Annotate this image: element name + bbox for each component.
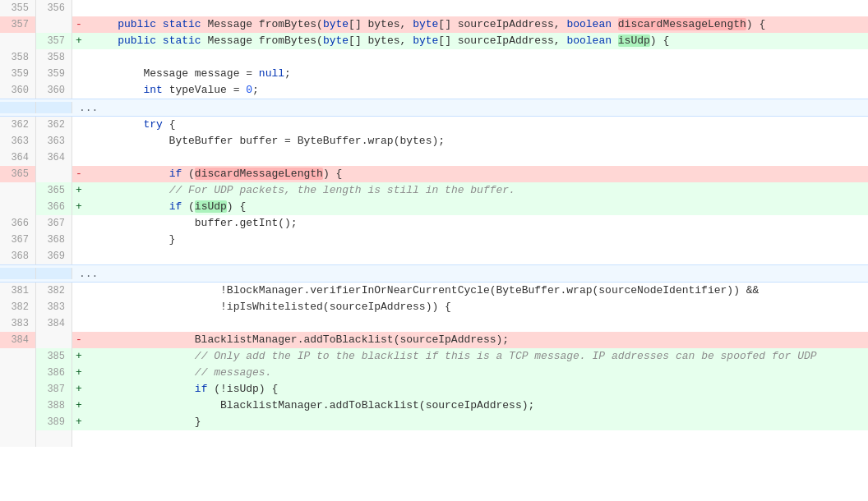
line-content xyxy=(85,49,868,66)
diff-line xyxy=(0,430,868,447)
diff-line: 383 384 xyxy=(0,315,868,332)
diff-sign-plus: + xyxy=(72,33,85,49)
diff-sign-minus: - xyxy=(72,166,85,182)
line-num-old: 362 xyxy=(0,117,36,133)
line-content: try { xyxy=(85,117,868,133)
line-num-new: 385 xyxy=(36,348,72,365)
ellipsis-row: ... xyxy=(0,264,868,283)
diff-line: 367 368 } xyxy=(0,232,868,248)
line-num-new xyxy=(36,102,72,113)
line-num-old xyxy=(0,348,36,365)
ellipsis-row: ... xyxy=(0,99,868,117)
diff-line: 388 + BlacklistManager.addToBlacklist(so… xyxy=(0,398,868,414)
diff-line: 384 - BlacklistManager.addToBlacklist(so… xyxy=(0,332,868,348)
line-num-new: 388 xyxy=(36,398,72,414)
line-num-old: 363 xyxy=(0,133,36,149)
line-num-old: 358 xyxy=(0,49,36,66)
diff-sign-empty xyxy=(72,49,85,66)
line-num-old xyxy=(0,398,36,414)
ellipsis-content: ... xyxy=(72,268,868,280)
ellipsis-content: ... xyxy=(72,102,868,114)
diff-sign-plus: + xyxy=(72,414,85,430)
diff-line: 362 362 try { xyxy=(0,117,868,133)
line-content: // Only add the IP to the blacklist if t… xyxy=(85,348,868,365)
line-num-old: 359 xyxy=(0,66,36,82)
line-num-old: 364 xyxy=(0,149,36,166)
diff-line: 368 369 xyxy=(0,248,868,264)
diff-sign-plus: + xyxy=(72,348,85,365)
line-content xyxy=(85,0,868,16)
diff-sign-empty xyxy=(72,215,85,232)
line-num-old xyxy=(0,182,36,199)
line-content: if (!isUdp) { xyxy=(85,381,868,398)
line-num-old: 366 xyxy=(0,215,36,232)
diff-sign-plus: + xyxy=(72,381,85,398)
line-num-new: 368 xyxy=(36,232,72,248)
diff-sign-empty xyxy=(72,149,85,166)
diff-sign-empty xyxy=(72,283,85,299)
diff-line: 365 - if (discardMessageLength) { xyxy=(0,166,868,182)
diff-line: 360 360 int typeValue = 0; xyxy=(0,82,868,99)
diff-line: 357 + public static Message fromBytes(by… xyxy=(0,33,868,49)
diff-sign-empty xyxy=(72,248,85,264)
line-num-new: 369 xyxy=(36,248,72,264)
line-num-old: 360 xyxy=(0,82,36,99)
diff-line: 357 - public static Message fromBytes(by… xyxy=(0,16,868,33)
line-num-old: 355 xyxy=(0,0,36,16)
line-num-new: 358 xyxy=(36,49,72,66)
line-num-new: 363 xyxy=(36,133,72,149)
line-num-new: 360 xyxy=(36,82,72,99)
diff-line: 387 + if (!isUdp) { xyxy=(0,381,868,398)
diff-viewer: 355 356 357 - public static Message from… xyxy=(0,0,868,501)
line-content: ByteBuffer buffer = ByteBuffer.wrap(byte… xyxy=(85,133,868,149)
diff-sign-plus: + xyxy=(72,365,85,381)
line-num-new xyxy=(36,430,72,447)
line-num-old: 365 xyxy=(0,166,36,182)
diff-sign-empty xyxy=(72,133,85,149)
line-content: int typeValue = 0; xyxy=(85,82,868,99)
line-num-old xyxy=(0,102,36,113)
diff-sign-plus: + xyxy=(72,398,85,414)
line-num-old xyxy=(0,199,36,215)
line-content: public static Message fromBytes(byte[] b… xyxy=(85,33,868,49)
diff-sign-empty xyxy=(72,232,85,248)
line-content xyxy=(85,315,868,332)
diff-sign-minus: - xyxy=(72,332,85,348)
line-content: public static Message fromBytes(byte[] b… xyxy=(85,16,868,33)
line-num-old: 383 xyxy=(0,315,36,332)
line-num-old: 367 xyxy=(0,232,36,248)
diff-line: 364 364 xyxy=(0,149,868,166)
line-num-old: 381 xyxy=(0,283,36,299)
line-num-new: 387 xyxy=(36,381,72,398)
line-num-new: 384 xyxy=(36,315,72,332)
diff-sign-minus: - xyxy=(72,16,85,33)
line-num-new xyxy=(36,16,72,33)
line-num-new: 362 xyxy=(36,117,72,133)
line-num-new: 382 xyxy=(36,283,72,299)
diff-line: 385 + // Only add the IP to the blacklis… xyxy=(0,348,868,365)
line-num-old xyxy=(0,414,36,430)
diff-sign-empty xyxy=(72,82,85,99)
line-num-old xyxy=(0,268,36,279)
line-content: BlacklistManager.addToBlacklist(sourceIp… xyxy=(85,332,868,348)
diff-sign-plus: + xyxy=(72,182,85,199)
line-content: Message message = null; xyxy=(85,66,868,82)
line-num-new xyxy=(36,332,72,348)
diff-line: 366 367 buffer.getInt(); xyxy=(0,215,868,232)
line-num-old: 382 xyxy=(0,299,36,315)
line-num-new: 365 xyxy=(36,182,72,199)
line-num-new: 383 xyxy=(36,299,72,315)
line-num-new: 389 xyxy=(36,414,72,430)
line-content: // For UDP packets, the length is still … xyxy=(85,182,868,199)
diff-sign-empty xyxy=(72,0,85,16)
diff-line: 358 358 xyxy=(0,49,868,66)
line-num-new xyxy=(36,166,72,182)
line-num-new xyxy=(36,268,72,279)
line-num-old xyxy=(0,365,36,381)
diff-line: 365 + // For UDP packets, the length is … xyxy=(0,182,868,199)
diff-line: 389 + } xyxy=(0,414,868,430)
line-content xyxy=(72,430,868,447)
diff-sign-plus: + xyxy=(72,199,85,215)
diff-line: 366 + if (isUdp) { xyxy=(0,199,868,215)
diff-line: 359 359 Message message = null; xyxy=(0,66,868,82)
